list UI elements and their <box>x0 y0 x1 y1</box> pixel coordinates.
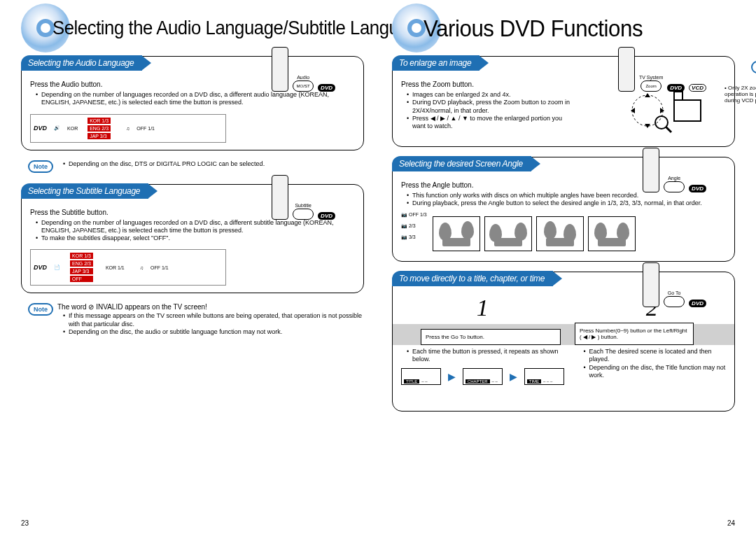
bullet: During DVD playback, press the Zoom butt… <box>407 99 576 115</box>
remote-icon <box>618 47 635 92</box>
panel-goto: To move directly to a title, chapter, or… <box>392 272 735 412</box>
lang-chip: KOR 1/3 <box>70 253 93 259</box>
dvd-logo-icon: DVD <box>34 125 47 132</box>
svg-marker-4 <box>660 108 664 113</box>
strip-text: OFF 1/1 <box>150 265 169 270</box>
svg-marker-3 <box>631 108 635 113</box>
tab-goto: To move directly to a title, chapter, or… <box>392 271 553 286</box>
bullet: If this message appears on the TV screen… <box>63 312 364 328</box>
gray-strip: Press the Go To button. Press Number(0~9… <box>393 324 734 345</box>
angle-thumb <box>588 216 636 251</box>
remote-icon <box>272 47 288 92</box>
angle-thumb <box>484 216 532 251</box>
bullets-angle: This function only works with discs on w… <box>401 192 726 208</box>
panel-audio: Selecting the Audio Language Audio MO/ST… <box>21 56 364 150</box>
bullet: Each The desired scene is located and th… <box>584 348 726 364</box>
tab-zoom-label: To enlarge an image <box>399 58 471 68</box>
bullet: Images can be enlarged 2x and 4x. <box>407 91 576 99</box>
bullet: Depending on the number of languages rec… <box>36 219 355 235</box>
panel-zoom: To enlarge an image TV System Zoom DVD V… <box>392 56 735 147</box>
mini-chapter: CHAPTER– – <box>463 368 503 385</box>
remote-block-zoom: TV System Zoom DVD VCD <box>618 47 706 92</box>
angle-button-top-label: Angle <box>668 176 680 181</box>
arrow-right-icon: ▶ <box>448 371 456 382</box>
remote-icon <box>272 175 288 220</box>
audio-button-top-label: Audio <box>297 75 309 80</box>
tab-subtitle-label: Selecting the Subtitle Language <box>28 186 140 196</box>
goto-button-top-label: Go To <box>668 290 681 295</box>
bullet: Depending on the disc, the Title functio… <box>584 364 726 380</box>
subtitle-button-top-label: Subtitle <box>295 203 311 208</box>
tab-angle: Selecting the desired Screen Angle <box>392 156 531 171</box>
remote-block-angle: Angle DVD <box>643 148 706 192</box>
dvd-logo-icon: DVD <box>34 264 47 271</box>
strip-text: KOR 1/1 <box>106 265 125 270</box>
title-row: Selecting the Audio Language/Subtitle La… <box>21 7 364 49</box>
tab-goto-label: To move directly to a title, chapter, or… <box>399 274 545 283</box>
note-text: Depending on the disc, DTS or DIGITAL PR… <box>63 160 364 168</box>
arrow-right-icon: ▶ <box>510 371 517 382</box>
angle-label: OFF 1/3 <box>409 212 427 217</box>
note-pill: Note <box>28 303 53 316</box>
bullet: Depending on the disc, the audio or subt… <box>63 328 364 336</box>
note-pill: Note <box>28 160 53 173</box>
tab-zoom: To enlarge an image <box>392 55 479 71</box>
bullet: To make the subtitles disappear, select … <box>36 234 355 242</box>
panel-angle: Selecting the desired Screen Angle Angle… <box>392 157 735 262</box>
step2-box: Press Number(0~9) button or the Left/Rig… <box>575 323 694 345</box>
svg-line-6 <box>666 127 671 132</box>
lang-chip: KOR 1/3 <box>88 118 111 124</box>
note-audio: Note Depending on the disc, DTS or DIGIT… <box>28 160 364 173</box>
bullet: This function only works with discs on w… <box>407 192 726 199</box>
remote-icon <box>643 262 659 307</box>
svg-marker-1 <box>645 93 650 97</box>
mini-time: TIME– – – <box>524 368 564 385</box>
angle-label: 3/3 <box>409 234 416 239</box>
tab-subtitle: Selecting the Subtitle Language <box>21 183 148 199</box>
strip-text: KOR <box>67 126 78 131</box>
page-left: Selecting the Audio Language/Subtitle La… <box>0 0 378 534</box>
page-number-right: 24 <box>727 519 735 527</box>
angle-label: 2/3 <box>409 223 416 228</box>
svg-rect-8 <box>674 92 682 100</box>
remote-block-audio: Audio MO/ST DVD <box>272 47 335 92</box>
lang-chip: JAP 3/3 <box>88 133 111 139</box>
bullet: During playback, press the Angle button … <box>407 199 726 207</box>
page-right: Various DVD Functions To enlarge an imag… <box>378 0 756 534</box>
goto-button-icon <box>664 296 685 307</box>
bullets-subtitle: Depending on the number of languages rec… <box>30 219 355 243</box>
bullet: Press ◀ / ▶ / ▲ / ▼ to move the enlarged… <box>407 115 576 131</box>
lang-chip: ENG 2/3 <box>70 260 93 267</box>
angle-button-icon <box>664 181 685 192</box>
lang-chip: JAP 3/3 <box>70 268 93 274</box>
angle-side-labels: 📷 OFF 1/3 📷 2/3 📷 3/3 <box>401 212 427 240</box>
tab-audio: Selecting the Audio Language <box>21 55 142 71</box>
bullets-audio: Depending on the number of languages rec… <box>30 91 355 107</box>
subtitle-button-icon <box>293 209 314 220</box>
svg-rect-7 <box>674 100 701 121</box>
step1-box: Press the Go To button. <box>421 329 561 345</box>
step1-sub: Each time the button is pressed, it repe… <box>407 348 564 364</box>
page-number-left: 23 <box>21 519 29 527</box>
remote-block-goto: Go To DVD <box>643 262 706 307</box>
svg-point-0 <box>632 95 663 126</box>
title-row-right: Various DVD Functions <box>392 7 735 49</box>
angle-thumbnails <box>433 216 636 251</box>
lang-chip: OFF <box>70 276 93 282</box>
side-note-text: Only 2X zoom operation is possible durin… <box>724 85 756 104</box>
note-lead: The word ⊘ INVALID appears on the TV scr… <box>57 303 364 311</box>
remote-icon <box>643 148 659 192</box>
angle-thumb <box>433 216 480 251</box>
tab-angle-label: Selecting the desired Screen Angle <box>399 159 523 169</box>
dvd-badge: DVD <box>689 300 706 307</box>
strip-text: OFF 1/1 <box>136 126 155 131</box>
mini-title: TITLE– – <box>401 368 441 385</box>
zoom-button-top-label: TV System <box>639 75 663 80</box>
lang-chip: ENG 2/3 <box>88 125 111 132</box>
bullet: Depending on the number of languages rec… <box>36 91 355 107</box>
note-subtitle: Note The word ⊘ INVALID appears on the T… <box>28 303 364 336</box>
zoom-side-note: Only 2X zoom operation is possible durin… <box>724 85 756 104</box>
remote-block-subtitle: Subtitle DVD <box>272 175 335 220</box>
tab-audio-label: Selecting the Audio Language <box>28 58 134 68</box>
angle-thumb <box>536 216 584 251</box>
